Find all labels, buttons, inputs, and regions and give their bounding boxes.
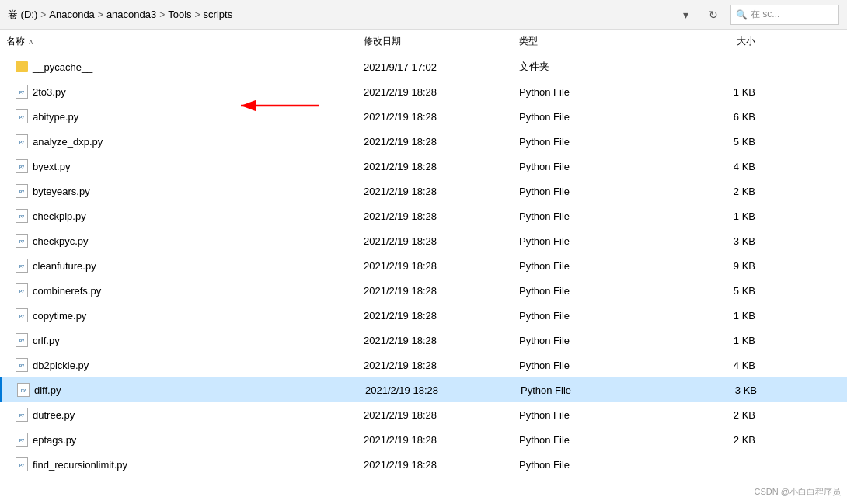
file-row[interactable]: abitype.py 2021/2/19 18:28 Python File 6…: [0, 104, 847, 129]
python-file-icon: [16, 308, 28, 322]
col-header-date[interactable]: 修改日期: [357, 35, 513, 48]
col-header-type[interactable]: 类型: [513, 35, 668, 48]
address-bar: 卷 (D:) > Anaconda > anaconda3 > Tools > …: [0, 0, 847, 30]
python-file-icon: [16, 283, 28, 297]
file-row[interactable]: __pycache__ 2021/9/17 17:02 文件夹: [0, 54, 847, 79]
file-name-cell: find_recursionlimit.py: [0, 457, 357, 471]
python-file-icon: [17, 383, 30, 397]
python-file-icon: [16, 433, 28, 447]
address-path: 卷 (D:) > Anaconda > anaconda3 > Tools > …: [8, 8, 670, 22]
path-segment-1[interactable]: Anaconda: [49, 9, 95, 20]
file-type-cell: Python File: [513, 459, 668, 471]
python-file-icon: [16, 85, 28, 99]
file-date-cell: 2021/2/19 18:28: [357, 409, 513, 421]
file-size-cell: 5 KB: [668, 285, 762, 297]
file-type-cell: Python File: [514, 384, 670, 396]
file-name-cell: byteyears.py: [0, 184, 357, 198]
python-file-icon: [16, 259, 28, 273]
file-type-cell: Python File: [513, 161, 668, 172]
python-file-icon: [16, 234, 28, 248]
file-size-cell: 3 KB: [668, 235, 762, 247]
python-file-icon: [16, 408, 28, 422]
file-row[interactable]: dutree.py 2021/2/19 18:28 Python File 2 …: [0, 402, 847, 427]
file-date-cell: 2021/2/19 18:28: [357, 434, 513, 446]
path-segment-3[interactable]: Tools: [168, 9, 191, 20]
file-date-cell: 2021/2/19 18:28: [357, 235, 513, 247]
file-row[interactable]: checkpyc.py 2021/2/19 18:28 Python File …: [0, 228, 847, 253]
file-row[interactable]: byext.py 2021/2/19 18:28 Python File 4 K…: [0, 154, 847, 179]
file-name: find_recursionlimit.py: [33, 459, 127, 471]
file-name-cell: eptags.py: [0, 433, 357, 447]
file-name: byext.py: [33, 161, 70, 172]
file-name-cell: checkpyc.py: [0, 234, 357, 248]
file-name: byteyears.py: [33, 186, 90, 197]
file-name: cleanfuture.py: [33, 260, 96, 272]
file-row[interactable]: copytime.py 2021/2/19 18:28 Python File …: [0, 303, 847, 328]
file-row[interactable]: analyze_dxp.py 2021/2/19 18:28 Python Fi…: [0, 129, 847, 154]
file-date-cell: 2021/2/19 18:28: [357, 136, 513, 148]
file-size-cell: 5 KB: [668, 136, 762, 148]
file-name-cell: copytime.py: [0, 308, 357, 322]
dropdown-button[interactable]: ▾: [674, 5, 696, 25]
file-list: __pycache__ 2021/9/17 17:02 文件夹 2to3.py …: [0, 54, 847, 504]
file-name-cell: diff.py: [2, 383, 359, 397]
file-row[interactable]: diff.py 2021/2/19 18:28 Python File 3 KB: [0, 377, 847, 402]
refresh-button[interactable]: ↻: [702, 5, 724, 25]
file-size-cell: 1 KB: [668, 210, 762, 222]
file-row[interactable]: 2to3.py 2021/2/19 18:28 Python File 1 KB: [0, 79, 847, 104]
col-header-name[interactable]: 名称 ∧: [0, 35, 357, 48]
file-date-cell: 2021/2/19 18:28: [357, 161, 513, 172]
file-name-cell: crlf.py: [0, 333, 357, 347]
file-date-cell: 2021/2/19 18:28: [357, 260, 513, 272]
file-name-cell: __pycache__: [0, 61, 357, 73]
file-row[interactable]: crlf.py 2021/2/19 18:28 Python File 1 KB: [0, 328, 847, 353]
file-date-cell: 2021/2/19 18:28: [357, 186, 513, 197]
file-name: abitype.py: [33, 111, 78, 123]
path-segment-4[interactable]: scripts: [204, 9, 233, 20]
file-name-cell: analyze_dxp.py: [0, 134, 357, 148]
file-type-cell: Python File: [513, 285, 668, 297]
file-size-cell: 1 KB: [668, 310, 762, 322]
col-type-label: 类型: [519, 35, 538, 48]
file-type-cell: Python File: [513, 335, 668, 346]
file-name: dutree.py: [33, 409, 75, 421]
file-row[interactable]: cleanfuture.py 2021/2/19 18:28 Python Fi…: [0, 253, 847, 278]
file-size-cell: 2 KB: [668, 434, 762, 446]
file-name: eptags.py: [33, 434, 76, 446]
file-size-cell: 9 KB: [668, 260, 762, 272]
file-row[interactable]: checkpip.py 2021/2/19 18:28 Python File …: [0, 203, 847, 228]
file-name-cell: abitype.py: [0, 109, 357, 123]
file-type-cell: Python File: [513, 434, 668, 446]
search-box[interactable]: 🔍 在 sc...: [730, 5, 839, 25]
file-name-cell: combinerefs.py: [0, 283, 357, 297]
file-row[interactable]: combinerefs.py 2021/2/19 18:28 Python Fi…: [0, 278, 847, 303]
file-name: combinerefs.py: [33, 285, 101, 297]
file-name-cell: dutree.py: [0, 408, 357, 422]
file-type-cell: Python File: [513, 235, 668, 247]
file-date-cell: 2021/2/19 18:28: [359, 384, 514, 396]
sort-arrow-name: ∧: [28, 37, 33, 46]
file-row[interactable]: byteyears.py 2021/2/19 18:28 Python File…: [0, 179, 847, 203]
file-type-cell: Python File: [513, 409, 668, 421]
file-name: __pycache__: [33, 61, 92, 73]
file-type-cell: Python File: [513, 360, 668, 371]
python-file-icon: [16, 358, 28, 372]
file-date-cell: 2021/2/19 18:28: [357, 335, 513, 346]
path-segment-2[interactable]: anaconda3: [106, 9, 156, 20]
path-segment-0[interactable]: 卷 (D:): [8, 8, 37, 22]
file-name-cell: checkpip.py: [0, 209, 357, 223]
column-headers: 名称 ∧ 修改日期 类型 大小: [0, 30, 847, 54]
file-row[interactable]: find_recursionlimit.py 2021/2/19 18:28 P…: [0, 452, 847, 477]
file-name-cell: byext.py: [0, 159, 357, 173]
address-bar-right: ▾ ↻ 🔍 在 sc...: [674, 5, 839, 25]
file-size-cell: 2 KB: [668, 409, 762, 421]
file-row[interactable]: eptags.py 2021/2/19 18:28 Python File 2 …: [0, 427, 847, 452]
file-type-cell: Python File: [513, 136, 668, 148]
python-file-icon: [16, 184, 28, 198]
sep-3: >: [195, 9, 200, 20]
file-date-cell: 2021/2/19 18:28: [357, 459, 513, 471]
file-row[interactable]: db2pickle.py 2021/2/19 18:28 Python File…: [0, 353, 847, 377]
col-header-size[interactable]: 大小: [668, 35, 762, 48]
file-size-cell: 2 KB: [668, 186, 762, 197]
file-name: diff.py: [34, 384, 61, 396]
